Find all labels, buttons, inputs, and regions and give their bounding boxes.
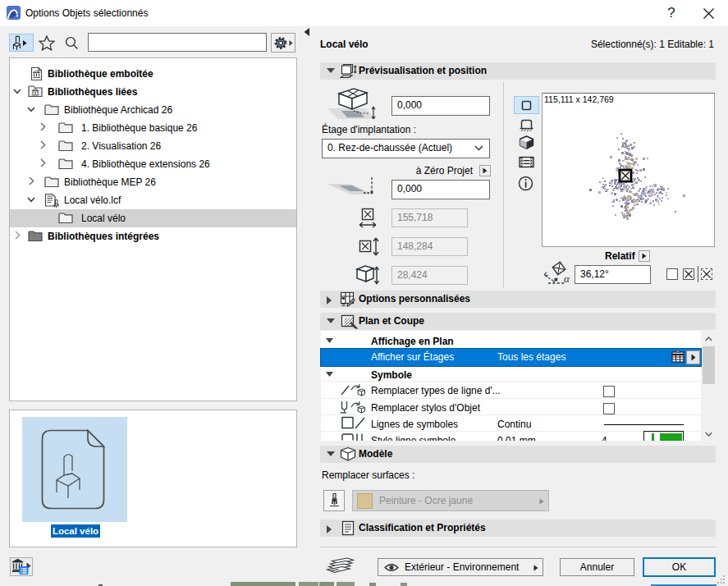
svg-text:α: α (564, 272, 570, 285)
